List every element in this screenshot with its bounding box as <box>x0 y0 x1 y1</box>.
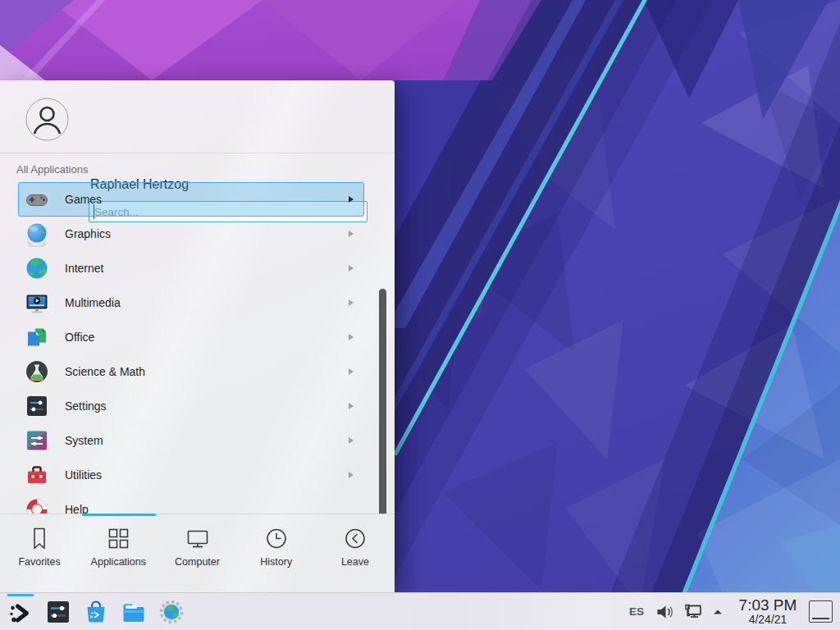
menu-item-label: Multimedia <box>65 296 349 309</box>
show-desktop-button[interactable] <box>809 600 833 623</box>
digital-clock[interactable]: 7:03 PM 4/24/21 <box>733 597 802 626</box>
menu-item-system[interactable]: System <box>18 423 364 458</box>
expand-tray-icon[interactable] <box>712 606 724 618</box>
application-launcher-menu: Raphael Hertzog All Applications Games <box>0 80 395 592</box>
multimedia-icon <box>24 290 50 316</box>
web-browser-button[interactable] <box>158 599 185 625</box>
menu-item-label: Graphics <box>65 227 349 240</box>
menu-item-games[interactable]: Games <box>18 182 364 217</box>
discover-icon <box>83 599 109 625</box>
tab-label: Favorites <box>18 556 60 568</box>
submenu-arrow-icon <box>349 368 354 375</box>
discover-button[interactable] <box>83 599 109 625</box>
submenu-arrow-icon <box>349 196 354 203</box>
tab-applications[interactable]: Applications <box>79 514 158 592</box>
menu-item-settings[interactable]: Settings <box>18 389 364 423</box>
menu-item-graphics[interactable]: Graphics <box>18 217 364 251</box>
menu-item-label: Help <box>65 503 363 514</box>
help-icon <box>24 496 50 514</box>
menu-item-label: Games <box>65 193 349 206</box>
desktop: Raphael Hertzog All Applications Games <box>0 0 840 630</box>
menu-item-label: Science & Math <box>65 365 349 378</box>
office-icon <box>24 324 50 350</box>
kde-launcher-icon <box>7 599 34 625</box>
graphics-icon <box>24 221 50 247</box>
menu-item-label: Settings <box>65 399 349 413</box>
web-browser-icon <box>158 599 185 625</box>
menu-item-label: Office <box>65 331 349 344</box>
tab-label: Leave <box>341 556 369 568</box>
active-task-indicator <box>7 594 34 596</box>
header-separator <box>0 153 395 153</box>
menu-item-office[interactable]: Office <box>18 320 364 354</box>
submenu-arrow-icon <box>349 231 354 237</box>
menu-tab-bar: Favorites Applications Computer <box>0 514 395 592</box>
menu-item-label: Internet <box>65 262 349 275</box>
volume-icon[interactable] <box>655 602 674 622</box>
menu-item-internet[interactable]: Internet <box>18 251 364 285</box>
utilities-icon <box>24 462 50 488</box>
system-icon <box>24 427 50 454</box>
games-icon <box>24 186 50 212</box>
clock-time: 7:03 PM <box>733 597 802 614</box>
keyboard-layout-indicator[interactable]: ES <box>629 605 644 618</box>
tab-history[interactable]: History <box>237 514 316 592</box>
tab-label: Applications <box>91 556 146 568</box>
tab-computer[interactable]: Computer <box>158 514 236 592</box>
menu-item-label: System <box>65 434 349 447</box>
submenu-arrow-icon <box>349 334 354 340</box>
leave-icon <box>342 526 368 552</box>
submenu-arrow-icon <box>349 472 354 478</box>
computer-icon <box>185 526 211 552</box>
system-settings-icon <box>45 599 71 625</box>
user-avatar-icon <box>25 98 69 141</box>
internet-icon <box>24 255 50 281</box>
history-clock-icon <box>263 526 290 552</box>
file-manager-icon <box>121 599 147 625</box>
tab-favorites[interactable]: Favorites <box>0 514 79 592</box>
submenu-arrow-icon <box>349 403 354 409</box>
submenu-arrow-icon <box>349 299 354 306</box>
app-grid-icon <box>105 526 131 552</box>
clock-date: 4/24/21 <box>733 614 802 626</box>
kde-launcher-button[interactable] <box>7 599 34 625</box>
file-manager-button[interactable] <box>121 599 147 625</box>
taskbar-panel: ES 7:03 PM 4/24/21 <box>0 592 840 630</box>
submenu-arrow-icon <box>349 265 354 272</box>
menu-item-science-math[interactable]: Science & Math <box>18 354 364 389</box>
tab-leave[interactable]: Leave <box>316 514 395 592</box>
network-icon[interactable] <box>683 602 703 622</box>
menu-item-help[interactable]: Help <box>18 492 364 514</box>
menu-header: Raphael Hertzog <box>0 80 395 153</box>
science-icon <box>24 358 50 385</box>
system-settings-button[interactable] <box>45 599 71 625</box>
system-tray: ES 7:03 PM 4/24/21 <box>629 597 840 626</box>
scrollbar-thumb[interactable] <box>379 289 386 514</box>
section-label: All Applications <box>16 163 88 176</box>
bookmark-icon <box>26 526 52 552</box>
menu-item-multimedia[interactable]: Multimedia <box>18 285 364 320</box>
menu-item-label: Utilities <box>65 468 349 482</box>
menu-item-utilities[interactable]: Utilities <box>18 458 364 492</box>
active-tab-indicator <box>82 514 156 516</box>
settings-icon <box>24 393 50 419</box>
submenu-arrow-icon <box>349 437 354 444</box>
category-list: Games Graphics Internet <box>0 182 395 514</box>
tab-label: History <box>260 556 292 568</box>
tab-label: Computer <box>175 556 220 568</box>
